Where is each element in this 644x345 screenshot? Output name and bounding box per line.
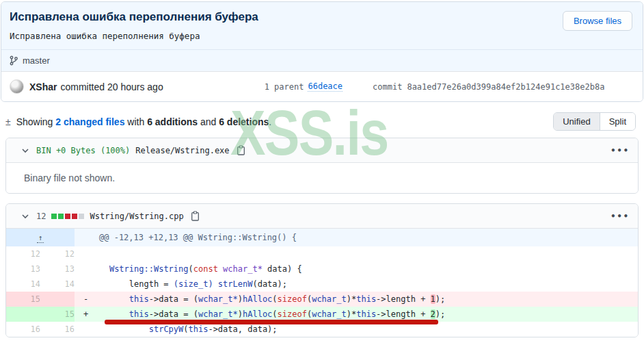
branch-row: master xyxy=(1,49,643,71)
code-segment: this xyxy=(356,309,376,319)
code-segment: this xyxy=(129,294,149,304)
diffstat-block-deleted xyxy=(65,214,70,219)
code-segment: wchar_t* xyxy=(198,294,238,304)
code-segment: this xyxy=(356,294,376,304)
code-segment: length = xyxy=(90,279,174,289)
old-line-number[interactable]: 13 xyxy=(6,261,40,277)
deletions-count: 6 deletions xyxy=(219,116,269,127)
new-line-number[interactable] xyxy=(40,292,75,307)
file-header: 12 Wstring/Wstring.cpp ••• xyxy=(6,204,638,229)
code-segment: wchar_t xyxy=(312,309,347,319)
commit-meta-row: XShar committed 20 hours ago 1 parent 66… xyxy=(1,71,643,101)
file-box-diff: 12 Wstring/Wstring.cpp ••• ↑ @@ -12,13 +… xyxy=(5,203,639,337)
code-segment: const xyxy=(193,264,218,274)
commit-title: Исправлена ошибка переполнения буфера xyxy=(10,10,563,25)
code-segment: 2 xyxy=(431,309,435,319)
commit-label: commit xyxy=(373,82,402,92)
diff-line-ctx: 1313 Wstring::Wstring(const wchar_t* dat… xyxy=(6,261,638,277)
red-underline-annotation xyxy=(105,320,438,324)
changed-files-link[interactable]: 2 changed files xyxy=(55,116,124,127)
code-segment: ->data = ( xyxy=(149,309,198,319)
code-segment: ( xyxy=(183,324,188,334)
committed-time-text: committed 20 hours ago xyxy=(60,81,163,92)
file-options-kebab-icon[interactable]: ••• xyxy=(611,146,630,155)
diffstat-block-deleted xyxy=(72,214,77,219)
unfold-up-icon: ↑ xyxy=(37,234,44,243)
file-options-kebab-icon[interactable]: ••• xyxy=(611,212,630,221)
parent-sha-link[interactable]: 66deace xyxy=(308,81,343,92)
diffstat-block-added xyxy=(58,214,64,219)
diff-toolbar: ± Showing 2 changed files with 6 additio… xyxy=(5,112,639,131)
chevron-down-icon[interactable] xyxy=(21,146,29,155)
code-segment: wchar_t* xyxy=(223,264,263,274)
code-segment: strCpyW xyxy=(149,324,184,334)
diff-line-add: 15+ this->data = (wchar_t*)hAlloc(sizeof… xyxy=(6,307,638,322)
unified-toggle-button[interactable]: Unified xyxy=(554,113,599,130)
new-line-number[interactable]: 13 xyxy=(40,261,75,277)
code-segment: wchar_t xyxy=(312,294,347,304)
code-segment: ( xyxy=(272,294,277,304)
code-segment: ->data, data); xyxy=(208,324,277,334)
showing-summary: Showing 2 changed files with 6 additions… xyxy=(16,116,272,127)
code-segment: (data); xyxy=(252,279,287,289)
branch-name[interactable]: master xyxy=(23,55,50,66)
code-segment xyxy=(90,309,129,319)
code-segment: 1 xyxy=(431,294,435,304)
diff-code-cell: length = (size_t) strLenW(data); xyxy=(75,277,638,292)
code-segment: ->data = ( xyxy=(149,294,198,304)
diff-sign: - xyxy=(75,294,90,304)
expand-hunk-button[interactable]: ↑ xyxy=(6,229,75,246)
code-segment: this xyxy=(189,324,209,334)
old-line-number[interactable]: 12 xyxy=(6,246,40,261)
old-line-number[interactable]: 16 xyxy=(6,322,40,337)
code-segment: ( xyxy=(272,309,277,319)
avatar[interactable] xyxy=(10,79,24,94)
code-segment xyxy=(90,324,149,334)
new-line-number[interactable]: 16 xyxy=(40,322,75,337)
code-segment: sizeof xyxy=(278,309,307,319)
split-toggle-button[interactable]: Split xyxy=(600,113,635,130)
code-segment: ); xyxy=(435,294,445,304)
old-line-number[interactable]: 15 xyxy=(6,292,40,307)
code-segment xyxy=(218,264,223,274)
diff-code-cell: Wstring::Wstring(const wchar_t* data) { xyxy=(75,261,638,277)
binary-file-message: Binary file not shown. xyxy=(6,163,638,193)
code-segment: ) xyxy=(238,294,243,304)
commit-author[interactable]: XShar xyxy=(29,81,57,92)
code-segment: hAlloc xyxy=(243,294,272,304)
commit-box: Исправлена ошибка переполнения буфера Ис… xyxy=(1,1,643,102)
old-line-number[interactable]: 14 xyxy=(6,277,40,292)
copy-path-icon[interactable] xyxy=(237,145,245,155)
showing-prefix: Showing xyxy=(16,116,53,127)
code-segment xyxy=(90,264,109,274)
diff-code-cell: - this->data = (wchar_t*)hAlloc(sizeof(w… xyxy=(75,292,638,307)
code-segment: Wstring::Wstring xyxy=(109,264,189,274)
old-line-number[interactable] xyxy=(6,307,40,322)
code-segment: )* xyxy=(347,309,356,319)
commit-sha: 8aa1ed77e26a0d399a84ef2b124e91c1e38e2b8a xyxy=(407,82,604,92)
browse-files-button[interactable]: Browse files xyxy=(563,11,632,31)
diff-line-ctx: 1212 xyxy=(6,246,638,261)
chevron-down-icon[interactable] xyxy=(21,212,29,220)
diff-code-cell: + this->data = (wchar_t*)hAlloc(sizeof(w… xyxy=(75,307,638,322)
diff-line-del: 15- this->data = (wchar_t*)hAlloc(sizeof… xyxy=(6,292,638,307)
diff-code-cell xyxy=(75,246,638,261)
with-text: with xyxy=(127,116,144,127)
code-segment: strLenW xyxy=(218,279,253,289)
parent-label: 1 parent xyxy=(265,82,304,92)
view-mode-toggle: Unified Split xyxy=(553,112,636,131)
code-segment: hAlloc xyxy=(243,309,272,319)
code-segment: wchar_t* xyxy=(198,309,238,319)
code-segment: ); xyxy=(435,309,445,319)
code-segment: ->length + xyxy=(376,294,430,304)
code-segment: )* xyxy=(347,294,356,304)
diff-sign: + xyxy=(75,309,90,319)
new-line-number[interactable]: 15 xyxy=(40,307,75,322)
commit-description: Исправлена ошибка переполнения буфера xyxy=(10,31,563,41)
file-box-binary: BIN +0 Bytes (100%) Release/Wstring.exe … xyxy=(5,138,639,194)
diff-icon: ± xyxy=(5,116,11,127)
new-line-number[interactable]: 12 xyxy=(40,246,75,261)
code-segment: ( xyxy=(189,264,193,274)
new-line-number[interactable]: 14 xyxy=(40,277,75,292)
copy-path-icon[interactable] xyxy=(191,211,200,221)
